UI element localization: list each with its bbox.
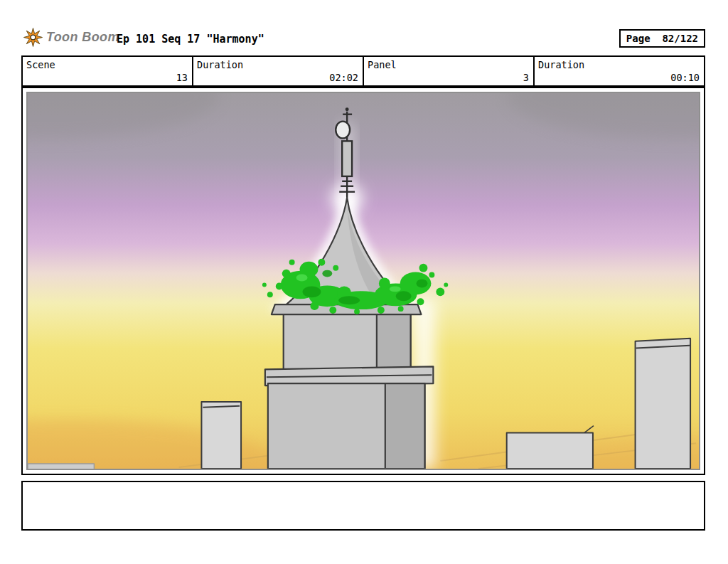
panel-duration-label: Duration bbox=[538, 59, 584, 70]
building-right-mid bbox=[507, 432, 593, 469]
storyboard-artwork bbox=[28, 93, 699, 469]
building-right-tall bbox=[636, 339, 691, 469]
building-strip-left bbox=[28, 464, 94, 469]
panel-value: 3 bbox=[523, 72, 529, 83]
storyboard-page: Toon Boom Ep 101 Seq 17 "Harmony" Page 8… bbox=[0, 0, 728, 564]
scene-cell: Scene 13 bbox=[23, 57, 192, 85]
storyboard-panel-frame bbox=[21, 87, 705, 475]
panel-duration-value: 00:10 bbox=[670, 72, 700, 83]
scene-duration-value: 02:02 bbox=[329, 72, 358, 83]
storyboard-panel bbox=[26, 92, 700, 470]
toonboom-logo-icon bbox=[23, 28, 43, 47]
page-number-box: Page 82/122 bbox=[619, 29, 705, 48]
panel-duration-cell: Duration 00:10 bbox=[533, 57, 704, 85]
scene-value: 13 bbox=[176, 72, 188, 83]
info-bar: Scene 13 Duration 02:02 Panel 3 Duration… bbox=[21, 55, 705, 87]
caption-box bbox=[21, 481, 705, 531]
building-left bbox=[201, 402, 241, 469]
panel-label: Panel bbox=[368, 59, 397, 70]
scene-duration-cell: Duration 02:02 bbox=[192, 57, 363, 85]
scene-duration-label: Duration bbox=[197, 59, 243, 70]
panel-cell: Panel 3 bbox=[363, 57, 533, 85]
toonboom-logo-text: Toon Boom bbox=[46, 30, 119, 45]
toonboom-logo: Toon Boom bbox=[23, 28, 119, 47]
scene-label: Scene bbox=[26, 59, 55, 70]
episode-title: Ep 101 Seq 17 "Harmony" bbox=[117, 33, 264, 46]
